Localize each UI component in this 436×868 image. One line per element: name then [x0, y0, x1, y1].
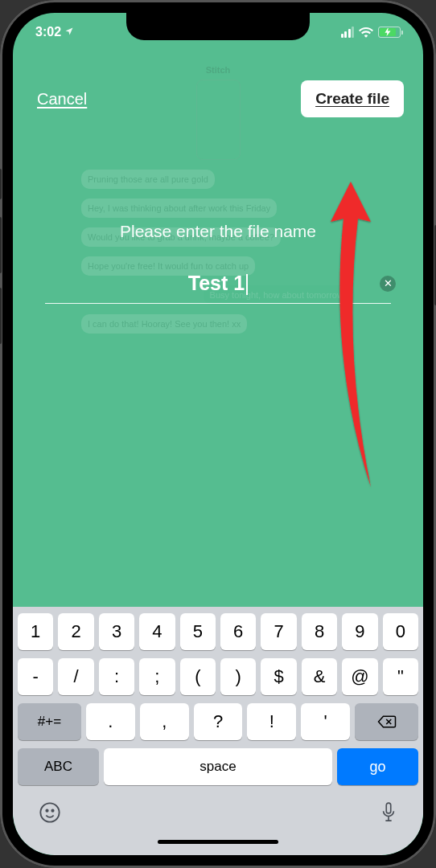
- key-sym-1[interactable]: /: [58, 658, 93, 695]
- key-num-7[interactable]: 8: [302, 613, 337, 650]
- svg-point-1: [46, 810, 47, 812]
- key-sym-7[interactable]: &: [302, 658, 337, 695]
- key-num-6[interactable]: 7: [261, 613, 296, 650]
- key-sym-0[interactable]: -: [18, 658, 53, 695]
- key-sym-3[interactable]: ;: [139, 658, 175, 695]
- create-file-button[interactable]: Create file: [301, 80, 404, 117]
- key-period[interactable]: .: [86, 703, 135, 740]
- home-indicator[interactable]: [158, 840, 278, 844]
- key-sym-5[interactable]: ): [220, 658, 256, 695]
- svg-point-0: [40, 803, 59, 821]
- key-sym-8[interactable]: @: [342, 658, 377, 695]
- key-num-9[interactable]: 0: [383, 613, 418, 650]
- key-num-4[interactable]: 5: [180, 613, 216, 650]
- key-num-2[interactable]: 3: [99, 613, 134, 650]
- abc-key[interactable]: ABC: [18, 748, 99, 785]
- backspace-key[interactable]: [355, 703, 418, 740]
- dictation-icon[interactable]: [380, 801, 397, 827]
- device-notch: [126, 13, 310, 40]
- key-num-3[interactable]: 4: [139, 613, 175, 650]
- wifi-icon: [359, 27, 373, 38]
- battery-icon: [378, 27, 401, 38]
- key-num-1[interactable]: 2: [58, 613, 93, 650]
- cell-signal-icon: [341, 27, 355, 38]
- emoji-icon[interactable]: [39, 801, 61, 827]
- key-exclaim[interactable]: !: [247, 703, 296, 740]
- filename-input[interactable]: Test 1: [45, 264, 391, 304]
- status-time: 3:02: [35, 25, 61, 39]
- location-icon: [64, 27, 74, 39]
- text-cursor: [246, 274, 248, 295]
- clear-input-button[interactable]: ✕: [380, 276, 396, 292]
- dialog-prompt: Please enter the file name: [45, 222, 391, 241]
- key-comma[interactable]: ,: [140, 703, 189, 740]
- key-num-0[interactable]: 1: [18, 613, 53, 650]
- key-sym-6[interactable]: $: [261, 658, 296, 695]
- go-key[interactable]: go: [337, 748, 418, 785]
- ios-keyboard: 1234567890 -/:;()$&@" #+= . , ? ! ' ABC …: [13, 607, 423, 855]
- key-sym-2[interactable]: :: [99, 658, 134, 695]
- key-num-5[interactable]: 6: [220, 613, 256, 650]
- svg-point-2: [51, 810, 53, 812]
- key-apostrophe[interactable]: ': [301, 703, 350, 740]
- svg-rect-3: [386, 803, 391, 813]
- space-key[interactable]: space: [104, 748, 332, 785]
- key-question[interactable]: ?: [194, 703, 243, 740]
- key-sym-9[interactable]: ": [383, 658, 418, 695]
- key-sym-4[interactable]: (: [180, 658, 216, 695]
- symbols-key[interactable]: #+=: [18, 703, 81, 740]
- key-num-8[interactable]: 9: [342, 613, 377, 650]
- cancel-button[interactable]: Cancel: [37, 90, 87, 108]
